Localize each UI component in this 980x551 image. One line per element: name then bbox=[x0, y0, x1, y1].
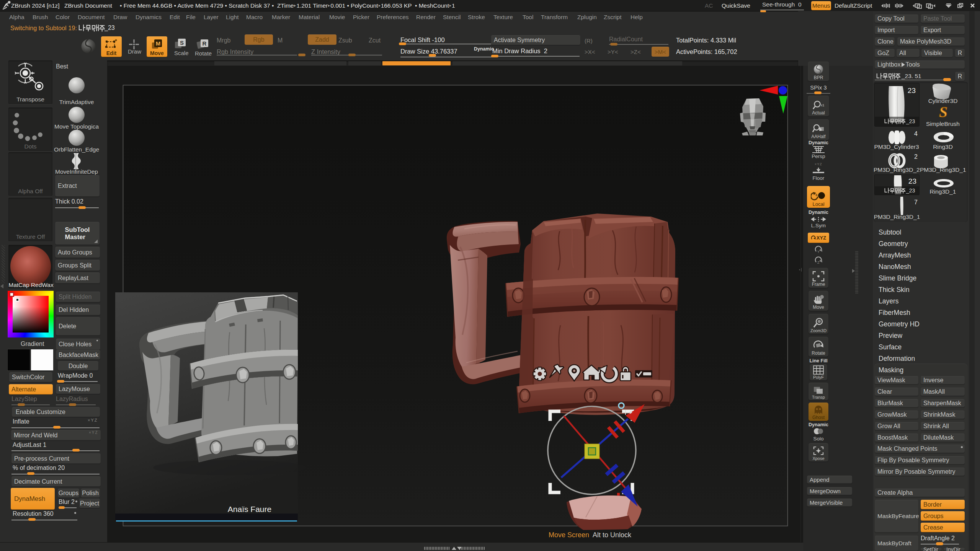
svg-text:R: R bbox=[203, 40, 207, 47]
svg-text:x1: x1 bbox=[821, 103, 824, 107]
svg-text:Alt to Unlock: Alt to Unlock bbox=[593, 531, 632, 539]
svg-text:Y: Y bbox=[817, 250, 820, 254]
svg-text:Move Screen: Move Screen bbox=[549, 531, 589, 539]
svg-text:Z: Z bbox=[817, 261, 820, 264]
svg-text:S: S bbox=[815, 193, 818, 197]
svg-text:Anaïs Faure: Anaïs Faure bbox=[228, 505, 271, 514]
svg-text:S: S bbox=[939, 104, 947, 121]
svg-text:S: S bbox=[180, 39, 184, 46]
svg-text:23: 23 bbox=[908, 177, 916, 185]
svg-text:M: M bbox=[156, 40, 161, 47]
svg-text:23: 23 bbox=[908, 86, 916, 95]
